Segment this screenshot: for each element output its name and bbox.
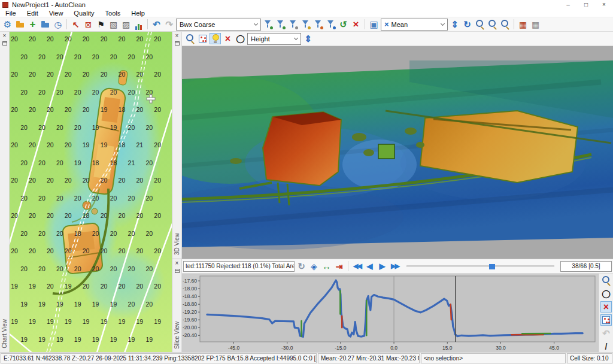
delete-icon[interactable]: × [222, 33, 233, 44]
sounding-value: 20 [11, 247, 18, 254]
slider-thumb[interactable] [489, 264, 495, 269]
sounding-value: 18 [74, 230, 81, 237]
next-slice-icon[interactable]: ▶ [377, 260, 388, 272]
point-export-icon[interactable]: ▦ [530, 19, 541, 30]
chart-map[interactable]: 2020202020202020202020202020202020202020… [10, 32, 172, 352]
3d-view-strip: × 3D View [172, 32, 182, 259]
zoom-extents-icon[interactable] [474, 19, 485, 30]
sounding-value: 20 [154, 106, 161, 113]
3d-view-toolbar: ×◯ Height ⇕ [182, 32, 613, 46]
statistics-icon[interactable] [133, 19, 144, 30]
restore-icon[interactable]: ↺ [338, 19, 349, 30]
sounding-value: 20 [74, 89, 81, 96]
sounding-value: 20 [119, 177, 126, 184]
menu-quality[interactable]: Quality [68, 10, 99, 17]
menu-view[interactable]: View [44, 10, 69, 17]
redo-icon[interactable]: ↷ [163, 19, 175, 30]
updown-icon[interactable]: ⇕ [449, 19, 460, 30]
reject-icon[interactable]: × [600, 301, 612, 313]
3d-point-cloud[interactable] [182, 46, 613, 259]
slice-toolbar: ted:111750 Rejected:118 (0.1%) Total Are… [182, 259, 613, 274]
zoom-icon[interactable] [184, 33, 196, 44]
sounding-value: 20 [101, 71, 108, 78]
filter-point-icon[interactable] [325, 19, 336, 30]
surface-combo[interactable]: Bwx Coarse [176, 19, 261, 31]
settings-icon[interactable]: ⚙ [2, 19, 13, 30]
sounding-value: 20 [20, 230, 28, 237]
close-panel-icon[interactable]: × [175, 260, 179, 266]
refresh-icon[interactable]: ↻ [462, 19, 473, 30]
sounding-value: 20 [65, 71, 72, 78]
app-icon [2, 2, 8, 8]
attribute-combo[interactable]: Height [247, 33, 301, 45]
sounding-value: 20 [56, 89, 63, 96]
add-data-icon[interactable]: + [27, 19, 38, 30]
main-toolbar: ⚙+◷↖⊠⚑▧▨↶↷ Bwx Coarse ↺×▣ × Mean ⇕↻▦▦ [0, 17, 613, 32]
reject-area-icon[interactable]: ⊠ [83, 19, 94, 30]
slice-slider[interactable] [406, 265, 554, 267]
minimize-button[interactable]: – [559, 1, 577, 8]
updown-icon[interactable]: ⇕ [302, 33, 314, 44]
pin-panel-icon[interactable] [175, 269, 180, 273]
maximize-button[interactable]: □ [577, 1, 595, 8]
close-panel-icon[interactable]: × [175, 33, 179, 39]
sounding-value: 20 [38, 53, 45, 60]
select-zoom-icon[interactable]: ▨ [120, 19, 132, 30]
title-bar[interactable]: NewProject1 - AutoClean – □ × [0, 0, 613, 9]
slice-profile-plot[interactable]: -17.60-18.00-18.40-18.80-19.20-19.60-20.… [182, 274, 599, 353]
measure-icon[interactable] [487, 19, 498, 30]
open-folder-icon[interactable] [40, 19, 51, 30]
sounding-value: 20 [92, 195, 99, 202]
menu-file[interactable]: File [0, 10, 22, 17]
waypoint-icon[interactable]: ⚑ [95, 19, 107, 30]
close-panel-icon[interactable]: × [3, 33, 7, 39]
point-display-icon[interactable] [600, 314, 612, 326]
sounding-value: 19 [128, 336, 135, 343]
filter-area-icon[interactable] [287, 19, 299, 30]
zoom-icon[interactable] [600, 275, 612, 286]
status-cell-stats: Mean:-20.27 Min:-20.31 Max:-20.23 Count:… [318, 353, 420, 363]
filter-equal-icon[interactable] [262, 19, 274, 30]
filter-clock-icon[interactable] [312, 19, 324, 30]
prev-slice-icon[interactable]: ◀ [364, 260, 375, 272]
rotate-slice-icon[interactable]: ↻ [296, 260, 307, 272]
sounding-value: 20 [128, 195, 135, 202]
pin-panel-icon[interactable] [2, 41, 7, 46]
lasso-icon[interactable]: ◯ [235, 33, 246, 44]
sounding-value: 19 [65, 318, 72, 325]
last-slice-icon[interactable]: ▶▶ [389, 260, 400, 272]
widen-slice-icon[interactable]: ↔ [321, 260, 332, 272]
sounding-value: 20 [47, 71, 54, 78]
3d-view-panel: × 3D View ×◯ Height ⇕ [172, 32, 613, 259]
chevron-down-icon [441, 22, 445, 26]
sounding-value: 20 [145, 159, 153, 166]
sounding-value: 20 [119, 35, 126, 43]
filter-edit-icon[interactable] [300, 19, 311, 30]
first-slice-icon[interactable]: ◀◀ [351, 260, 363, 272]
history-icon[interactable]: ◷ [52, 19, 63, 30]
expand-all-icon[interactable]: ◈ [308, 260, 320, 272]
raster-export-icon[interactable]: ▦ [517, 19, 529, 30]
point-display-icon[interactable] [197, 33, 208, 44]
sounding-value: 20 [101, 177, 108, 184]
menu-help[interactable]: Help [126, 10, 150, 17]
pick-icon[interactable]: ↖ [70, 19, 81, 30]
light-icon[interactable] [210, 33, 221, 44]
undo-icon[interactable]: ↶ [600, 327, 612, 339]
pin-panel-icon[interactable] [175, 41, 180, 46]
new-project-icon[interactable] [14, 19, 26, 30]
delete-icon[interactable]: × [350, 19, 362, 30]
probe-icon[interactable]: / [600, 341, 612, 352]
select-area-icon[interactable]: ▧ [108, 19, 119, 30]
filter-surface-icon[interactable] [275, 19, 286, 30]
narrow-slice-icon[interactable]: ⇥ [333, 260, 345, 272]
zoom-selection-icon[interactable] [499, 19, 511, 30]
menu-edit[interactable]: Edit [22, 10, 44, 17]
undo-icon[interactable]: ↶ [151, 19, 162, 30]
sounding-value: 20 [38, 89, 45, 96]
menu-tools[interactable]: Tools [100, 10, 126, 17]
close-button[interactable]: × [595, 1, 613, 8]
lasso-icon[interactable]: ◯ [600, 288, 612, 299]
display-options-icon[interactable]: ▣ [368, 19, 380, 30]
statistic-combo[interactable]: × Mean [381, 19, 448, 31]
